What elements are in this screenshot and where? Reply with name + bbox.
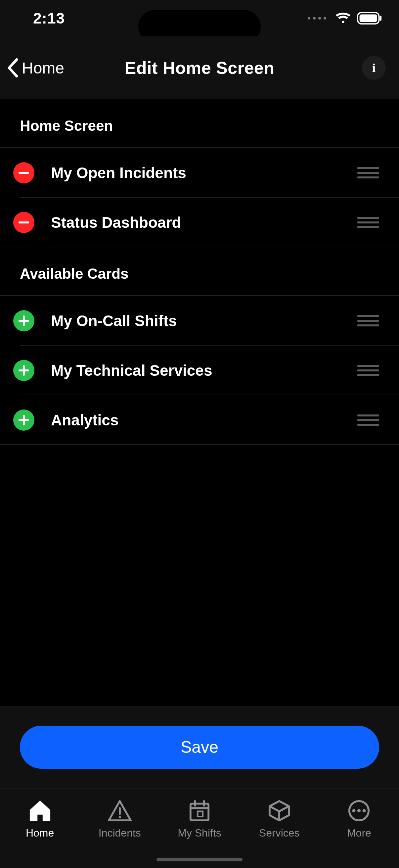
save-label: Save <box>180 738 219 757</box>
card-row-my-open-incidents: My Open Incidents <box>0 148 399 198</box>
card-label: Status Dashboard <box>51 214 357 231</box>
plus-icon <box>19 365 29 376</box>
card-label: Analytics <box>51 411 357 429</box>
tab-label: My Shifts <box>178 827 221 839</box>
drag-handle[interactable] <box>357 164 379 182</box>
svg-point-12 <box>352 809 356 812</box>
tab-label: Home <box>26 827 54 839</box>
card-label: My On-Call Shifts <box>51 312 357 330</box>
remove-card-button[interactable] <box>13 212 34 233</box>
svg-point-4 <box>119 816 121 818</box>
status-time: 2:13 <box>33 9 65 27</box>
home-icon <box>27 799 53 822</box>
drag-handle[interactable] <box>357 362 379 379</box>
section-header-home-screen: Home Screen <box>0 99 399 147</box>
svg-rect-1 <box>360 14 377 22</box>
minus-icon <box>19 172 29 174</box>
battery-icon <box>357 12 383 25</box>
plus-icon <box>19 415 29 425</box>
add-card-button[interactable] <box>13 409 34 431</box>
svg-point-13 <box>357 809 361 812</box>
home-indicator[interactable] <box>157 858 242 861</box>
back-button[interactable]: Home <box>7 58 64 78</box>
save-button[interactable]: Save <box>20 726 379 769</box>
add-card-button[interactable] <box>13 360 34 381</box>
info-button[interactable]: i <box>362 56 386 80</box>
add-card-button[interactable] <box>13 310 34 331</box>
section-header-available-cards: Available Cards <box>0 247 399 295</box>
plus-icon <box>19 315 29 326</box>
remove-card-button[interactable] <box>13 162 34 183</box>
tab-label: Incidents <box>99 827 141 839</box>
minus-icon <box>19 221 29 223</box>
tab-incidents[interactable]: Incidents <box>80 799 160 839</box>
card-row-status-dashboard: Status Dashboard <box>0 198 399 247</box>
drag-handle[interactable] <box>357 214 379 231</box>
tab-services[interactable]: Services <box>239 799 319 839</box>
card-row-analytics: Analytics <box>0 395 399 445</box>
content: Home Screen My Open Incidents Status Das… <box>0 99 399 445</box>
svg-point-14 <box>363 809 366 812</box>
status-icons <box>308 12 383 25</box>
tab-more[interactable]: More <box>319 799 399 839</box>
more-horizontal-icon <box>347 799 371 822</box>
tab-my-shifts[interactable]: My Shifts <box>160 799 239 839</box>
nav-header: Home Edit Home Screen i <box>0 36 399 99</box>
tab-bar: Home Incidents M <box>0 788 399 868</box>
chevron-left-icon <box>7 58 19 78</box>
tab-home[interactable]: Home <box>0 799 80 839</box>
card-row-my-technical-services: My Technical Services <box>0 346 399 395</box>
back-label: Home <box>22 59 64 77</box>
tab-label: Services <box>259 827 300 839</box>
drag-handle[interactable] <box>357 312 379 330</box>
info-icon: i <box>372 61 375 75</box>
available-cards-list: My On-Call Shifts My Technical Services … <box>0 295 399 445</box>
tab-label: More <box>347 827 371 839</box>
alert-triangle-icon <box>107 799 133 822</box>
status-bar: 2:13 <box>0 0 399 36</box>
cube-icon <box>267 799 292 822</box>
card-row-my-on-call-shifts: My On-Call Shifts <box>0 296 399 346</box>
footer: Save Home Incidents <box>0 706 399 868</box>
card-label: My Open Incidents <box>51 164 357 182</box>
wifi-icon <box>335 12 351 24</box>
signal-dots-icon <box>308 17 326 20</box>
home-screen-cards-list: My Open Incidents Status Dashboard <box>0 147 399 247</box>
calendar-icon <box>188 799 211 822</box>
svg-rect-2 <box>379 16 381 21</box>
drag-handle[interactable] <box>357 411 379 429</box>
svg-rect-9 <box>198 811 203 817</box>
save-container: Save <box>0 706 399 788</box>
card-label: My Technical Services <box>51 362 357 379</box>
